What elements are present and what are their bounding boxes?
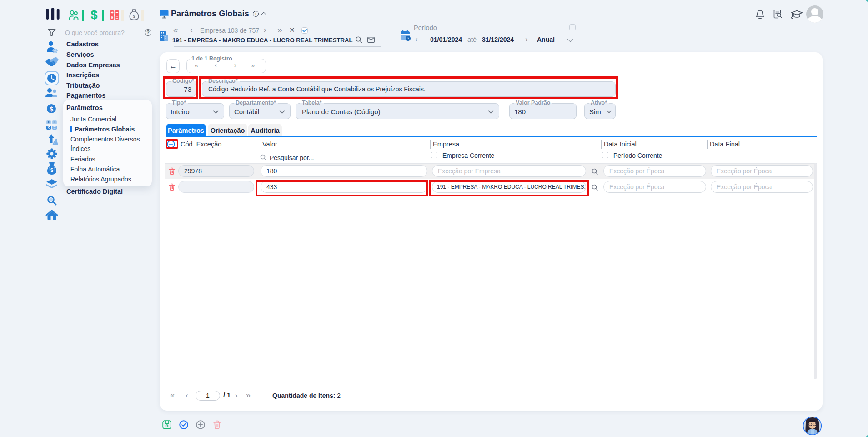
svg-text:$: $ — [50, 167, 53, 173]
svg-text:$: $ — [90, 8, 97, 22]
svg-text:$: $ — [133, 14, 135, 19]
svg-text:$: $ — [50, 105, 54, 113]
